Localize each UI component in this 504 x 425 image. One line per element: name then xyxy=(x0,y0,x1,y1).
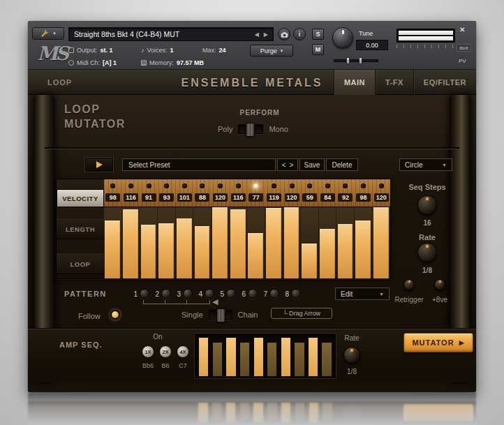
snapshot-camera-button[interactable] xyxy=(278,28,290,40)
amp-bar-6[interactable] xyxy=(265,336,279,376)
tab-length[interactable]: LENGTH xyxy=(57,218,104,239)
mutator-preset-select[interactable]: Select Preset xyxy=(122,158,276,171)
tab-eq-filter[interactable]: EQ/FILTER xyxy=(413,70,476,95)
section-divider xyxy=(45,148,459,149)
poly-mono-toggle[interactable] xyxy=(238,124,263,134)
single-chain-toggle[interactable] xyxy=(209,310,232,320)
amp-bar-8[interactable] xyxy=(292,336,306,376)
wrench-menu-button[interactable]: ▾ xyxy=(32,27,64,40)
mutator-play-icon: ▶ xyxy=(459,339,465,346)
step-bar-fill xyxy=(266,208,281,278)
octave-label: +8ve xyxy=(424,296,455,304)
step-led-9 xyxy=(253,184,258,188)
pattern-button-6[interactable] xyxy=(248,289,258,299)
volume-pan-sliders[interactable] xyxy=(334,57,378,64)
tune-knob[interactable] xyxy=(332,27,353,48)
tune-value: 0.00 xyxy=(356,40,388,50)
delete-button[interactable]: Delete xyxy=(326,158,358,171)
pattern-button-2[interactable] xyxy=(161,289,171,299)
pattern-button-8[interactable] xyxy=(291,289,301,299)
seq-steps-knob[interactable] xyxy=(417,195,437,215)
preset-next-button[interactable]: > xyxy=(290,161,294,169)
step-bar-5[interactable] xyxy=(176,207,194,278)
amp-bar-2[interactable] xyxy=(211,336,225,376)
edit-dropdown[interactable]: Edit ▼ xyxy=(335,288,390,300)
amp-bar-5[interactable] xyxy=(251,336,265,376)
amp-2x-button[interactable]: 2X xyxy=(159,345,172,358)
step-bar-1[interactable] xyxy=(104,207,122,278)
close-icon[interactable]: ✕ xyxy=(459,26,465,33)
step-value-6: 88 xyxy=(193,192,212,203)
amp-bar-fill xyxy=(267,343,276,376)
perform-label: PERFORM xyxy=(232,109,288,117)
retrigger-knob[interactable] xyxy=(403,279,415,290)
chain-drag-arrow[interactable]: ◀ xyxy=(212,297,218,306)
amp-bar-4[interactable] xyxy=(238,336,252,376)
amp-bar-1[interactable] xyxy=(197,336,211,376)
step-bar-15[interactable] xyxy=(355,207,373,278)
midi-icon xyxy=(68,60,74,66)
tab-velocity[interactable]: VELOCITY xyxy=(57,189,104,207)
pan-slider-handle[interactable] xyxy=(359,57,362,64)
mute-button[interactable]: M xyxy=(312,44,324,55)
step-bar-12[interactable] xyxy=(301,207,319,278)
pattern-button-5[interactable] xyxy=(226,289,236,299)
amp-rate-knob[interactable] xyxy=(343,347,360,364)
preset-prev-button[interactable]: < xyxy=(282,161,286,169)
pattern-button-7[interactable] xyxy=(269,289,279,299)
step-bar-11[interactable] xyxy=(283,207,301,278)
step-bar-fill xyxy=(373,207,389,278)
step-bar-6[interactable] xyxy=(193,207,212,278)
step-bar-9[interactable] xyxy=(247,207,265,278)
pattern-button-3[interactable] xyxy=(183,289,193,299)
tab-main[interactable]: MAIN xyxy=(334,70,375,95)
step-bar-8[interactable] xyxy=(229,207,247,278)
amp-1x-button[interactable]: 1X xyxy=(142,345,154,358)
output-icon xyxy=(68,47,74,53)
drag-arrow-annotation: └ Drag Arrow xyxy=(271,308,332,319)
page-title-line2: MUTATOR xyxy=(64,117,126,131)
amp-bar-7[interactable] xyxy=(279,336,293,376)
play-button[interactable] xyxy=(85,158,113,172)
info-button[interactable]: i xyxy=(293,28,306,40)
rate-knob[interactable] xyxy=(417,243,437,262)
step-bar-7[interactable] xyxy=(212,207,230,278)
amp-4x-button[interactable]: 4X xyxy=(177,345,189,358)
step-bar-fill xyxy=(320,229,335,278)
mutator-button[interactable]: MUTATOR ▶ xyxy=(403,333,473,352)
solo-button[interactable]: S xyxy=(312,29,324,40)
tab-loop-seq[interactable]: LOOP xyxy=(57,253,104,274)
step-bar-3[interactable] xyxy=(140,207,158,278)
tab-t-fx[interactable]: T-FX xyxy=(375,70,413,95)
octave-knob[interactable] xyxy=(434,279,445,290)
step-bar-fill xyxy=(177,218,192,278)
purge-menu-button[interactable]: Purge ▾ xyxy=(250,45,293,57)
save-button[interactable]: Save xyxy=(299,158,325,171)
step-bar-13[interactable] xyxy=(319,207,337,278)
follow-led-button[interactable] xyxy=(110,310,120,320)
pattern-button-1[interactable] xyxy=(140,289,149,299)
step-bar-10[interactable] xyxy=(265,207,283,278)
step-sequencer-panel: 981169193101881201167711912059849298120 … xyxy=(56,179,391,279)
poly-mono-control: Poly Mono xyxy=(218,124,288,134)
reflection-bar-slot xyxy=(265,403,279,424)
reflection-frame xyxy=(28,393,476,401)
preset-prev-arrow[interactable]: ◀ xyxy=(255,31,259,38)
aux-button[interactable]: aux xyxy=(457,44,471,52)
shape-dropdown[interactable]: Circle ▼ xyxy=(399,158,452,171)
reflection-bar xyxy=(198,403,207,423)
amp-bar-10[interactable] xyxy=(320,336,334,376)
step-bar-2[interactable] xyxy=(122,207,140,278)
volume-slider-handle[interactable] xyxy=(346,57,350,64)
step-bar-14[interactable] xyxy=(336,207,355,278)
preset-name-display[interactable]: Straight 8ths Bkt 4 (C4-B4) MUT ◀ ▶ xyxy=(68,27,274,41)
output-routing[interactable]: Output: st. 1 xyxy=(68,46,113,54)
amp-bar-3[interactable] xyxy=(224,336,238,376)
step-bar-4[interactable] xyxy=(158,207,176,278)
amp-bar-fill xyxy=(213,343,222,376)
amp-bar-9[interactable] xyxy=(306,336,320,376)
step-bar-16[interactable] xyxy=(372,207,390,278)
preset-next-arrow[interactable]: ▶ xyxy=(264,31,268,38)
performance-view-button[interactable]: PV xyxy=(459,58,466,64)
midi-channel-selector[interactable]: Midi Ch: [A] 1 xyxy=(68,59,117,67)
